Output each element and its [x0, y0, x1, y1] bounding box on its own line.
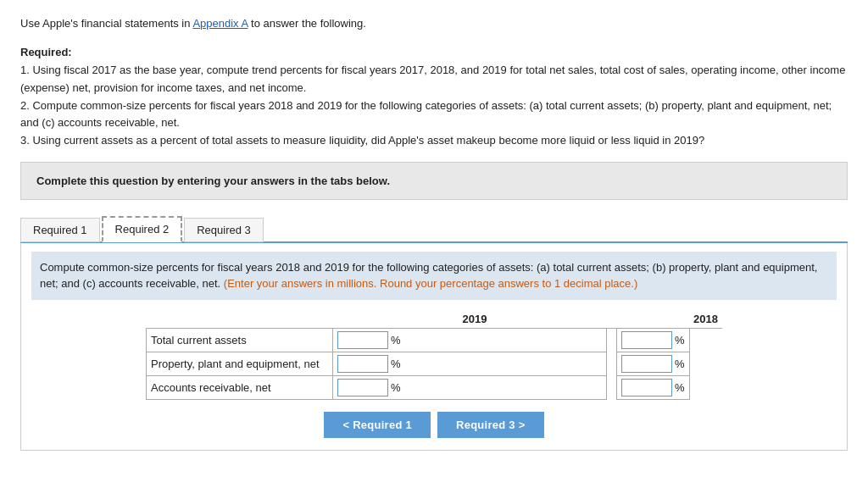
input-2019-3[interactable] [337, 379, 388, 396]
pct-sign-2019-3: % [391, 381, 401, 394]
pct-sign-2018-1: % [675, 334, 685, 347]
header-2019: 2019 [333, 310, 617, 329]
input-2018-1[interactable] [621, 331, 672, 349]
complete-label: Complete this question by entering your … [36, 175, 390, 187]
arrow-2018-2 [689, 352, 722, 375]
description-orange: (Enter your answers in millions. Round y… [224, 277, 637, 290]
cell-2019-input-2[interactable]: % [333, 352, 607, 375]
input-2019-1[interactable] [337, 331, 388, 349]
pct-sign-2019-2: % [391, 358, 401, 370]
prev-button[interactable]: < Required 1 [324, 412, 431, 438]
col-divider [617, 310, 690, 329]
table-header-row: 2019 2018 [147, 310, 723, 329]
tabs-row: Required 1 Required 2 Required 3 [20, 215, 848, 243]
input-2019-2[interactable] [337, 355, 388, 373]
pct-sign-2018-3: % [675, 381, 685, 394]
tab-required3[interactable]: Required 3 [184, 218, 264, 242]
appendix-link[interactable]: Appendix A [192, 17, 248, 30]
arrow-2019-1 [607, 328, 617, 352]
cell-2018-input-2[interactable]: % [617, 352, 690, 375]
required-section: Required: 1. Using fiscal 2017 as the ba… [20, 44, 848, 150]
required-item1: 1. Using fiscal 2017 as the base year, c… [20, 64, 845, 94]
complete-box: Complete this question by entering your … [20, 162, 848, 200]
required-item3: 3. Using current assets as a percent of … [20, 134, 704, 147]
cell-2019-input-3[interactable]: % [333, 375, 607, 399]
pct-sign-2018-2: % [675, 358, 685, 370]
table-row: Property, plant and equipment, net % % [147, 352, 723, 375]
input-2018-3[interactable] [621, 379, 672, 396]
cell-2019-input-1[interactable]: % [333, 328, 607, 352]
arrow-2019-3 [607, 375, 617, 399]
arrow-2018-1 [689, 328, 722, 352]
row-label-1: Total current assets [147, 328, 333, 352]
content-area: Compute common-size percents for fiscal … [20, 243, 848, 451]
pct-sign-2019-1: % [391, 334, 401, 347]
table-row: Total current assets % % [147, 328, 723, 352]
intro-after-link: to answer the following. [248, 17, 365, 30]
next-button[interactable]: Required 3 > [437, 412, 544, 438]
intro-before-link: Use Apple's financial statements in [20, 17, 192, 30]
intro-text: Use Apple's financial statements in Appe… [20, 15, 848, 32]
nav-buttons: < Required 1 Required 3 > [31, 412, 837, 438]
arrow-2018-3 [689, 375, 722, 399]
table-row: Accounts receivable, net % % [147, 375, 723, 399]
header-spacer [147, 310, 333, 329]
tab-required2[interactable]: Required 2 [102, 216, 183, 242]
data-table: 2019 2018 Total current assets % [146, 310, 722, 400]
arrow-2019-2 [607, 352, 617, 375]
row-label-2: Property, plant and equipment, net [147, 352, 333, 375]
required-item2: 2. Compute common-size percents for fisc… [20, 99, 832, 130]
row-label-3: Accounts receivable, net [147, 375, 333, 399]
tab-required1[interactable]: Required 1 [20, 218, 100, 242]
input-2018-2[interactable] [621, 355, 672, 373]
cell-2018-input-1[interactable]: % [617, 328, 690, 352]
header-2018: 2018 [689, 310, 722, 329]
required-heading: Required: [20, 46, 72, 58]
cell-2018-input-3[interactable]: % [617, 375, 690, 399]
description-box: Compute common-size percents for fiscal … [31, 252, 837, 300]
